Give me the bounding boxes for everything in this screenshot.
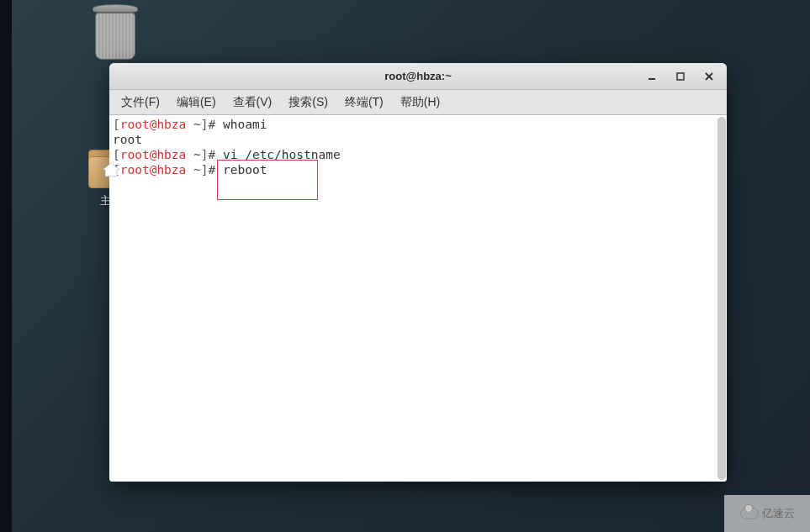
menubar: 文件(F) 编辑(E) 查看(V) 搜索(S) 终端(T) 帮助(H) (109, 90, 727, 115)
maximize-button[interactable] (666, 65, 695, 88)
maximize-icon (676, 72, 685, 81)
house-icon (101, 161, 121, 178)
menu-search[interactable]: 搜索(S) (280, 92, 336, 113)
trash-icon (91, 4, 140, 61)
terminal-line-2: root (113, 132, 723, 147)
terminal-line-4: [root@hbza ~]# reboot (113, 162, 723, 177)
menu-file[interactable]: 文件(F) (113, 92, 168, 113)
window-title: root@hbza:~ (384, 70, 451, 82)
terminal-line-1: [root@hbza ~]# whoami (113, 117, 723, 132)
close-button[interactable] (695, 65, 723, 88)
svg-rect-0 (649, 78, 655, 80)
terminal-window: root@hbza:~ 文件(F) 编辑(E) 查看(V) 搜索(S) (109, 63, 727, 482)
close-icon (705, 72, 713, 81)
menu-help[interactable]: 帮助(H) (392, 92, 448, 113)
minimize-button[interactable] (638, 65, 666, 88)
menu-view[interactable]: 查看(V) (225, 92, 281, 113)
window-controls (638, 63, 723, 89)
menu-terminal[interactable]: 终端(T) (336, 92, 392, 113)
minimize-icon (648, 72, 656, 81)
titlebar[interactable]: root@hbza:~ (109, 63, 727, 90)
cloud-icon (740, 508, 759, 519)
watermark-text: 亿速云 (762, 506, 795, 521)
terminal-line-3: [root@hbza ~]# vi /etc/hostname (113, 147, 723, 162)
watermark: 亿速云 (724, 495, 810, 532)
scrollbar[interactable] (717, 117, 726, 480)
svg-rect-1 (677, 73, 684, 80)
desktop-left-panel (0, 0, 12, 532)
terminal-body[interactable]: [root@hbza ~]# whoamiroot[root@hbza ~]# … (109, 115, 727, 482)
terminal-content: [root@hbza ~]# whoamiroot[root@hbza ~]# … (109, 115, 727, 179)
menu-edit[interactable]: 编辑(E) (168, 92, 225, 113)
